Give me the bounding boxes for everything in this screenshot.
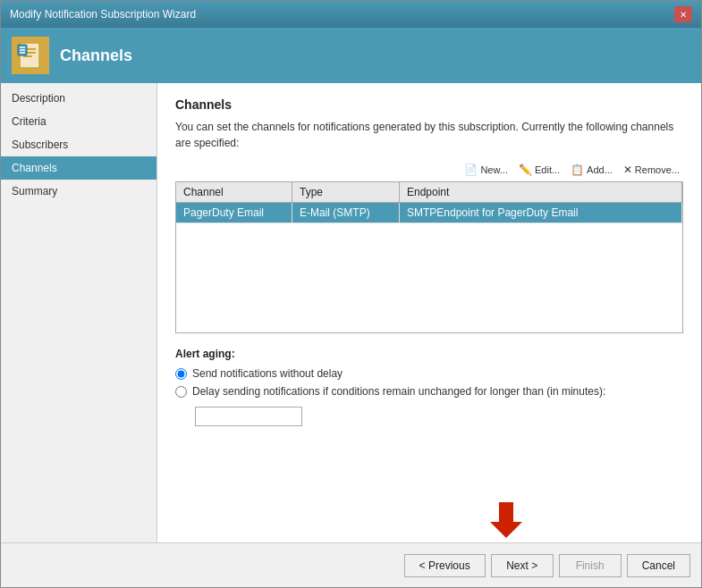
sidebar-item-description[interactable]: Description (1, 87, 156, 110)
edit-button[interactable]: ✏️ Edit... (515, 162, 563, 178)
new-icon: 📄 (464, 164, 478, 176)
radio-option-no-delay: Send notifications without delay (175, 367, 683, 380)
cancel-button[interactable]: Cancel (627, 554, 690, 577)
footer: < Previous Next > Finish Cancel (1, 542, 701, 587)
description-text: You can set the channels for notificatio… (175, 119, 683, 151)
window-title: Modify Notification Subscription Wizard (10, 8, 196, 21)
next-button[interactable]: Next > (491, 554, 554, 577)
radio-delay[interactable] (175, 386, 187, 398)
table-header-row: Channel Type Endpoint (176, 182, 682, 203)
sidebar-item-channels[interactable]: Channels (1, 156, 156, 180)
col-header-channel: Channel (176, 182, 292, 202)
sidebar-item-criteria[interactable]: Criteria (1, 110, 156, 133)
alert-aging-title: Alert aging: (175, 348, 683, 360)
new-button[interactable]: 📄 New... (461, 162, 512, 178)
edit-icon: ✏️ (519, 164, 532, 176)
add-button[interactable]: 📋 Add... (567, 162, 616, 178)
title-bar: Modify Notification Subscription Wizard … (1, 1, 701, 28)
radio-delay-label: Delay sending notifications if condition… (192, 385, 605, 398)
sidebar-item-subscribers[interactable]: Subscribers (1, 133, 156, 156)
header-title: Channels (60, 46, 132, 65)
sidebar: Description Criteria Subscribers Channel… (1, 83, 157, 542)
section-title: Channels (175, 97, 683, 112)
main-panel: Channels You can set the channels for no… (157, 83, 701, 542)
arrow-indicator (490, 502, 522, 541)
previous-button[interactable]: < Previous (404, 554, 486, 577)
delay-minutes-input[interactable] (195, 407, 302, 426)
radio-option-delay: Delay sending notifications if condition… (175, 385, 683, 398)
close-button[interactable]: ✕ (674, 6, 692, 22)
radio-no-delay-label: Send notifications without delay (192, 367, 343, 380)
finish-button[interactable]: Finish (559, 554, 622, 577)
alert-aging-section: Alert aging: Send notifications without … (175, 348, 683, 426)
cell-channel: PagerDuty Email (176, 203, 292, 223)
add-icon: 📋 (571, 164, 584, 176)
remove-button[interactable]: ✕ Remove... (620, 162, 683, 178)
col-header-type: Type (292, 182, 400, 202)
channels-table-container: Channel Type Endpoint PagerDuty Email E-… (175, 181, 683, 333)
radio-no-delay[interactable] (175, 368, 187, 380)
cell-type: E-Mail (SMTP) (292, 203, 400, 223)
title-bar-controls: ✕ (674, 6, 692, 22)
header-icon (12, 37, 49, 74)
content-area: Description Criteria Subscribers Channel… (1, 83, 701, 542)
toolbar: 📄 New... ✏️ Edit... 📋 Add... ✕ Remove... (175, 162, 683, 178)
sidebar-item-summary[interactable]: Summary (1, 180, 156, 203)
col-header-endpoint: Endpoint (400, 182, 682, 202)
remove-icon: ✕ (623, 164, 632, 176)
table-row[interactable]: PagerDuty Email E-Mail (SMTP) SMTPEndpoi… (176, 203, 682, 223)
header-section: Channels (1, 28, 701, 83)
main-window: Modify Notification Subscription Wizard … (0, 0, 702, 588)
svg-marker-8 (490, 502, 522, 538)
cell-endpoint: SMTPEndpoint for PagerDuty Email (400, 203, 682, 223)
